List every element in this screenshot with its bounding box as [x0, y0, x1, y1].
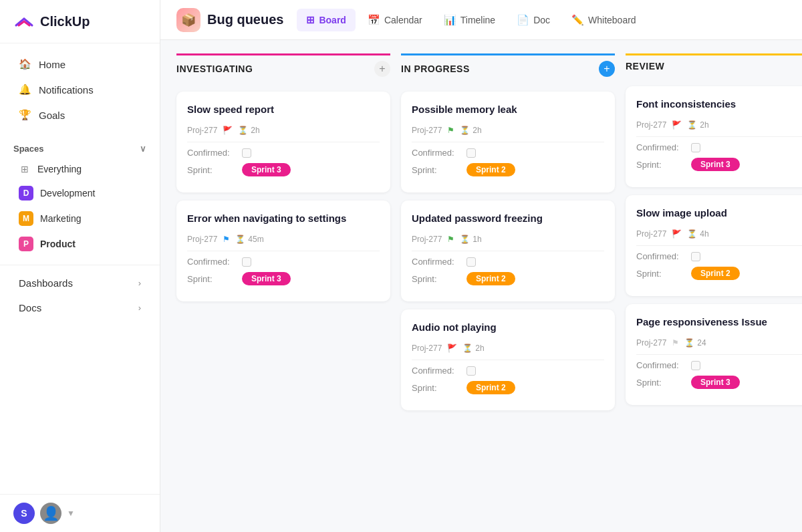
sidebar-item-everything-label: Everything — [37, 164, 82, 174]
sidebar-item-dashboards[interactable]: Dashboards › — [5, 271, 154, 295]
docs-chevron-icon: › — [138, 303, 141, 313]
sidebar-item-goals[interactable]: 🏆 Goals — [5, 102, 154, 128]
hourglass-icon-7: ⏳ — [687, 229, 697, 239]
tab-doc[interactable]: 📄 Doc — [507, 9, 559, 31]
card-memory-leak-sprint: Sprint: Sprint 2 — [412, 163, 604, 176]
confirmed-checkbox-8[interactable] — [691, 361, 700, 370]
card-error-navigating-time: ⏳ 45m — [235, 235, 263, 244]
avatar-chevron-icon[interactable]: ▼ — [67, 509, 75, 518]
card-error-navigating-sprint: Sprint: Sprint 3 — [187, 272, 380, 285]
card-audio-not-playing-confirmed: Confirmed: — [412, 366, 604, 376]
sprint-label-3: Sprint: — [412, 165, 460, 175]
flag-icon-orange: 🚩 — [223, 126, 233, 135]
bell-icon: 🔔 — [19, 84, 31, 96]
development-avatar: D — [19, 186, 33, 201]
card-font-inconsistencies-proj: Proj-277 — [636, 120, 666, 130]
tab-doc-label: Doc — [533, 15, 550, 25]
confirmed-checkbox-7[interactable] — [691, 252, 700, 261]
column-investigating-add-button[interactable]: + — [374, 61, 390, 77]
sprint-badge-5[interactable]: Sprint 2 — [466, 381, 515, 394]
sidebar-item-home[interactable]: 🏠 Home — [5, 51, 154, 77]
hourglass-icon-5: ⏳ — [462, 344, 473, 353]
card-font-inconsistencies-title: Font inconsistencies — [636, 97, 802, 111]
trophy-icon: 🏆 — [19, 109, 31, 121]
card-memory-leak-title: Possible memory leak — [412, 102, 604, 116]
column-investigating-header: INVESTIGATING + — [176, 53, 390, 84]
page-header: 📦 Bug queues ⊞ Board 📅 Calendar 📊 Timeli… — [160, 0, 802, 40]
card-page-responsiveness: Page responsiveness Issue Proj-277 ⚑ ⏳ 2… — [626, 304, 802, 405]
card-font-inconsistencies-time: ⏳ 2h — [687, 120, 708, 130]
confirmed-checkbox-5[interactable] — [466, 366, 476, 376]
bug-queues-icon: 📦 — [176, 8, 200, 32]
sidebar-item-docs[interactable]: Docs › — [5, 295, 154, 320]
sprint-badge-6[interactable]: Sprint 3 — [691, 158, 740, 171]
sidebar-item-marketing[interactable]: M Marketing — [5, 206, 154, 231]
sprint-badge-2[interactable]: Sprint 3 — [242, 272, 291, 285]
sprint-badge-4[interactable]: Sprint 2 — [466, 272, 515, 285]
sprint-badge[interactable]: Sprint 3 — [242, 163, 291, 176]
sidebar: ClickUp 🏠 Home 🔔 Notifications 🏆 Goals S… — [0, 0, 160, 532]
card-password-freezing: Updated password freezing Proj-277 ⚑ ⏳ 1… — [401, 201, 615, 301]
card-page-responsiveness-sprint: Sprint: Sprint 3 — [636, 376, 802, 389]
docs-label: Docs — [19, 302, 41, 313]
confirmed-label-6: Confirmed: — [636, 142, 684, 152]
sprint-label-5: Sprint: — [412, 383, 460, 393]
card-error-navigating-meta: Proj-277 ⚑ ⏳ 45m — [187, 235, 380, 244]
card-audio-not-playing-proj: Proj-277 — [412, 344, 442, 353]
tab-calendar[interactable]: 📅 Calendar — [358, 9, 432, 31]
flag-icon-gray: ⚑ — [672, 338, 679, 348]
avatar[interactable]: S — [13, 503, 35, 524]
card-page-responsiveness-time: ⏳ 24 — [684, 338, 706, 348]
logo-area: ClickUp — [0, 0, 160, 43]
card-password-freezing-proj: Proj-277 — [412, 235, 442, 244]
flag-icon-green: ⚑ — [447, 126, 454, 135]
confirmed-checkbox[interactable] — [242, 148, 251, 158]
marketing-avatar: M — [19, 211, 33, 226]
main-content: 📦 Bug queues ⊞ Board 📅 Calendar 📊 Timeli… — [160, 0, 802, 532]
user-photo-avatar[interactable]: 👤 — [40, 503, 61, 524]
sprint-badge-7[interactable]: Sprint 2 — [691, 267, 740, 280]
confirmed-checkbox-3[interactable] — [466, 148, 476, 158]
flag-icon-red: 🚩 — [672, 229, 682, 239]
sidebar-item-development[interactable]: D Development — [5, 180, 154, 206]
confirmed-checkbox-6[interactable] — [691, 143, 700, 152]
card-slow-speed-proj: Proj-277 — [187, 126, 217, 135]
sidebar-item-notifications[interactable]: 🔔 Notifications — [5, 77, 154, 102]
tab-whiteboard[interactable]: ✏️ Whiteboard — [562, 9, 646, 31]
sidebar-item-notifications-label: Notifications — [39, 84, 94, 96]
sidebar-item-product[interactable]: P Product — [5, 231, 154, 257]
confirmed-label-7: Confirmed: — [636, 251, 684, 261]
sidebar-item-everything[interactable]: ⊞ Everything — [5, 158, 154, 180]
column-in-progress-add-button[interactable]: + — [599, 61, 615, 77]
sidebar-bottom: S 👤 ▼ — [0, 494, 160, 532]
tab-board[interactable]: ⊞ Board — [297, 9, 355, 31]
tab-timeline[interactable]: 📊 Timeline — [434, 9, 505, 31]
card-memory-leak-meta: Proj-277 ⚑ ⏳ 2h — [412, 126, 604, 135]
card-font-inconsistencies-confirmed: Confirmed: — [636, 142, 802, 152]
doc-tab-icon: 📄 — [517, 14, 529, 26]
hourglass-icon: ⏳ — [238, 126, 248, 135]
sprint-badge-3[interactable]: Sprint 2 — [466, 163, 515, 176]
column-review: REVIEW Font inconsistencies Proj-277 🚩 ⏳… — [626, 53, 802, 519]
sprint-label-6: Sprint: — [636, 160, 684, 170]
column-review-title: REVIEW — [626, 61, 664, 72]
sidebar-item-goals-label: Goals — [39, 110, 65, 121]
card-slow-image-upload-time: ⏳ 4h — [687, 229, 708, 239]
sprint-badge-8[interactable]: Sprint 3 — [691, 376, 740, 389]
card-password-freezing-confirmed: Confirmed: — [412, 257, 604, 267]
card-audio-not-playing-sprint: Sprint: Sprint 2 — [412, 381, 604, 394]
tab-timeline-label: Timeline — [460, 15, 495, 25]
timeline-tab-icon: 📊 — [444, 14, 456, 26]
board-area: INVESTIGATING + Slow speed report Proj-2… — [160, 40, 802, 532]
whiteboard-tab-icon: ✏️ — [571, 14, 584, 26]
spaces-chevron-icon[interactable]: ∨ — [140, 144, 146, 154]
card-audio-not-playing-meta: Proj-277 🚩 ⏳ 2h — [412, 344, 604, 353]
confirmed-checkbox-4[interactable] — [466, 257, 476, 267]
card-memory-leak-proj: Proj-277 — [412, 126, 442, 135]
card-slow-image-upload-proj: Proj-277 — [636, 229, 666, 239]
clickup-logo-icon — [13, 11, 35, 32]
card-error-navigating-title: Error when navigating to settings — [187, 211, 380, 225]
spaces-label: Spaces — [13, 144, 44, 154]
confirmed-checkbox-2[interactable] — [242, 257, 251, 267]
logo-text: ClickUp — [40, 14, 90, 29]
